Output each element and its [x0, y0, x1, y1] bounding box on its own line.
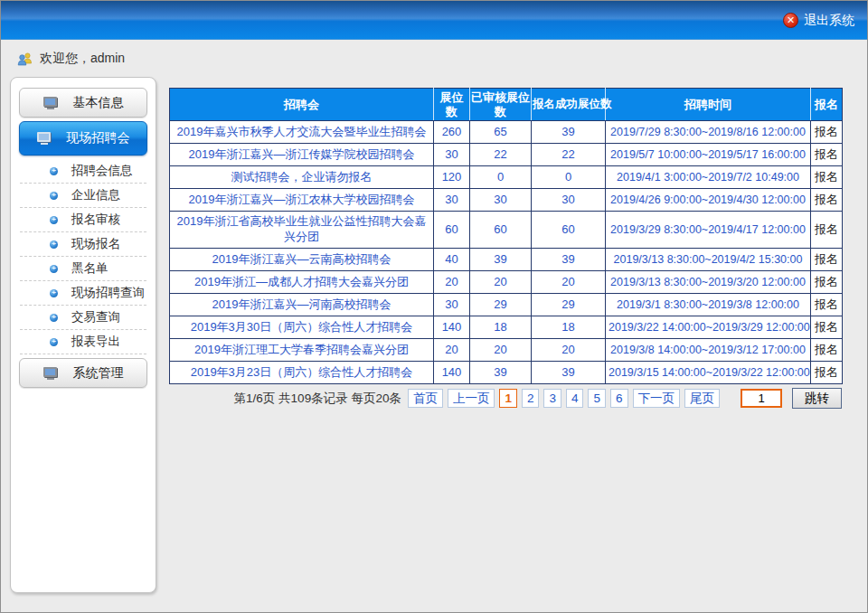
cell-action[interactable]: 报名	[811, 316, 843, 338]
cell-approved: 39	[470, 361, 532, 383]
pagination-bar: 第1/6页 共109条记录 每页20条 首页 上一页 123456 下一页 尾页…	[169, 388, 842, 409]
sidebar-subitem-3[interactable]: 现场报名	[20, 232, 146, 257]
page-button-5[interactable]: 5	[588, 389, 606, 408]
top-bar: ✕ 退出系统	[1, 1, 867, 40]
cell-time: 2019/3/13 8:30:00~2019/4/2 15:30:00	[606, 248, 811, 270]
plus-ball-icon	[50, 338, 58, 346]
plus-ball-icon	[50, 314, 58, 322]
logout-label: 退出系统	[804, 13, 854, 29]
sidebar-subitem-1[interactable]: 企业信息	[20, 184, 146, 208]
cell-action[interactable]: 报名	[811, 361, 843, 383]
cell-booths: 20	[434, 270, 470, 293]
jobfair-table: 招聘会 展位数 已审核展位数 报名成功展位数 招聘时间 报名 2019年嘉兴市秋…	[169, 88, 843, 384]
col-success: 报名成功展位数	[532, 89, 606, 121]
cell-name[interactable]: 2019年浙江嘉兴—浙江传媒学院校园招聘会	[170, 144, 434, 166]
page-number-list: 123456	[499, 389, 627, 408]
col-time: 招聘时间	[606, 89, 811, 121]
cell-success: 18	[532, 316, 606, 338]
sidebar-subitem-label: 交易查询	[71, 309, 120, 325]
cell-action[interactable]: 报名	[811, 338, 843, 361]
table-row: 2019年3月30日（周六）综合性人才招聘会14018182019/3/22 1…	[170, 316, 843, 338]
col-signup: 报名	[811, 89, 843, 121]
table-row: 2019年浙江嘉兴—云南高校招聘会4039392019/3/13 8:30:00…	[170, 248, 843, 270]
sidebar-subitem-6[interactable]: 交易查询	[20, 306, 146, 330]
cell-name[interactable]: 2019年浙江嘉兴—浙江农林大学校园招聘会	[170, 189, 434, 212]
cell-time: 2019/5/7 10:00:00~2019/5/17 16:00:00	[606, 144, 811, 166]
cell-action[interactable]: 报名	[811, 144, 843, 166]
cell-approved: 30	[470, 189, 532, 212]
cell-success: 39	[532, 121, 606, 144]
cell-approved: 20	[470, 270, 532, 293]
cell-name[interactable]: 2019年浙江理工大学春季招聘会嘉兴分团	[170, 338, 434, 361]
page-button-3[interactable]: 3	[543, 389, 561, 408]
cell-time: 2019/3/29 8:30:00~2019/4/17 12:00:00	[606, 212, 811, 249]
cell-booths: 30	[434, 293, 470, 316]
table-row: 2019年嘉兴市秋季人才交流大会暨毕业生招聘会26065392019/7/29 …	[170, 121, 843, 144]
plus-ball-icon	[50, 192, 58, 200]
cell-name[interactable]: 测试招聘会，企业请勿报名	[170, 166, 434, 189]
cell-time: 2019/3/13 8:30:00~2019/3/20 12:00:00	[606, 270, 811, 293]
cell-action[interactable]: 报名	[811, 270, 843, 293]
cell-action[interactable]: 报名	[811, 166, 843, 189]
page-button-1[interactable]: 1	[499, 389, 517, 408]
pagination-info: 第1/6页 共109条记录 每页20条	[234, 391, 401, 407]
sidebar-subitem-5[interactable]: 现场招聘查询	[20, 281, 146, 306]
cell-name[interactable]: 2019年3月23日（周六）综合性人才招聘会	[170, 361, 434, 383]
sidebar-item-onsite-jobfair[interactable]: 现场招聘会	[19, 121, 147, 156]
sidebar-subitem-0[interactable]: 招聘会信息	[20, 159, 146, 184]
cell-name[interactable]: 2019年浙江嘉兴—河南高校招聘会	[170, 293, 434, 316]
cell-approved: 39	[470, 248, 532, 270]
cell-action[interactable]: 报名	[811, 248, 843, 270]
welcome-bar: 欢迎您，admin	[17, 49, 125, 69]
next-page-button[interactable]: 下一页	[633, 389, 681, 408]
sidebar-button-label: 系统管理	[73, 365, 124, 382]
sidebar-subitem-label: 企业信息	[71, 187, 120, 203]
monitor-icon	[37, 132, 52, 145]
sidebar-subitem-2[interactable]: 报名审核	[20, 208, 146, 232]
cell-time: 2019/3/1 8:30:00~2019/3/8 12:00:00	[606, 293, 811, 316]
sidebar-item-basic-info[interactable]: 基本信息	[19, 88, 147, 118]
sidebar-button-label: 现场招聘会	[67, 130, 130, 146]
cell-success: 0	[532, 166, 606, 189]
cell-approved: 29	[470, 293, 532, 316]
welcome-text: 欢迎您，admin	[40, 51, 125, 67]
table-row: 2019年浙江理工大学春季招聘会嘉兴分团2020202019/3/8 14:00…	[170, 338, 843, 361]
close-icon: ✕	[783, 13, 798, 28]
jump-button[interactable]: 跳转	[792, 388, 842, 409]
cell-name[interactable]: 2019年嘉兴市秋季人才交流大会暨毕业生招聘会	[170, 121, 434, 144]
cell-booths: 40	[434, 248, 470, 270]
cell-name[interactable]: 2019年浙江—成都人才招聘大会嘉兴分团	[170, 270, 434, 293]
col-booths: 展位数	[434, 89, 470, 121]
sidebar-item-system-admin[interactable]: 系统管理	[19, 358, 147, 388]
col-approved: 已审核展位数	[470, 89, 532, 121]
sidebar-subitem-label: 报表导出	[71, 334, 120, 350]
plus-ball-icon	[50, 216, 58, 224]
cell-action[interactable]: 报名	[811, 293, 843, 316]
sidebar-submenu: 招聘会信息企业信息报名审核现场报名黑名单现场招聘查询交易查询报表导出	[11, 159, 156, 354]
logout-button[interactable]: ✕ 退出系统	[783, 1, 854, 40]
cell-success: 39	[532, 248, 606, 270]
page-button-6[interactable]: 6	[610, 389, 628, 408]
cell-action[interactable]: 报名	[811, 189, 843, 212]
jump-page-input[interactable]	[741, 389, 782, 408]
cell-time: 2019/4/26 9:00:00~2019/4/30 12:00:00	[606, 189, 811, 212]
cell-approved: 20	[470, 338, 532, 361]
cell-name[interactable]: 2019年浙江省高校毕业生就业公益性招聘大会嘉兴分团	[170, 212, 434, 249]
page-button-2[interactable]: 2	[522, 389, 540, 408]
cell-approved: 60	[470, 212, 532, 249]
cell-name[interactable]: 2019年3月30日（周六）综合性人才招聘会	[170, 316, 434, 338]
sidebar-subitem-7[interactable]: 报表导出	[20, 330, 146, 354]
prev-page-button[interactable]: 上一页	[448, 389, 495, 408]
sidebar-subitem-4[interactable]: 黑名单	[20, 257, 146, 281]
first-page-button[interactable]: 首页	[408, 389, 443, 408]
cell-action[interactable]: 报名	[811, 121, 843, 144]
table-row: 2019年浙江嘉兴—浙江传媒学院校园招聘会3022222019/5/7 10:0…	[170, 144, 843, 166]
page-button-4[interactable]: 4	[566, 389, 584, 408]
cell-action[interactable]: 报名	[811, 212, 843, 249]
sidebar-button-label: 基本信息	[73, 95, 124, 111]
plus-ball-icon	[50, 289, 58, 297]
cell-success: 20	[532, 270, 606, 293]
cell-booths: 140	[434, 361, 470, 383]
last-page-button[interactable]: 尾页	[684, 389, 720, 408]
cell-name[interactable]: 2019年浙江嘉兴—云南高校招聘会	[170, 248, 434, 270]
